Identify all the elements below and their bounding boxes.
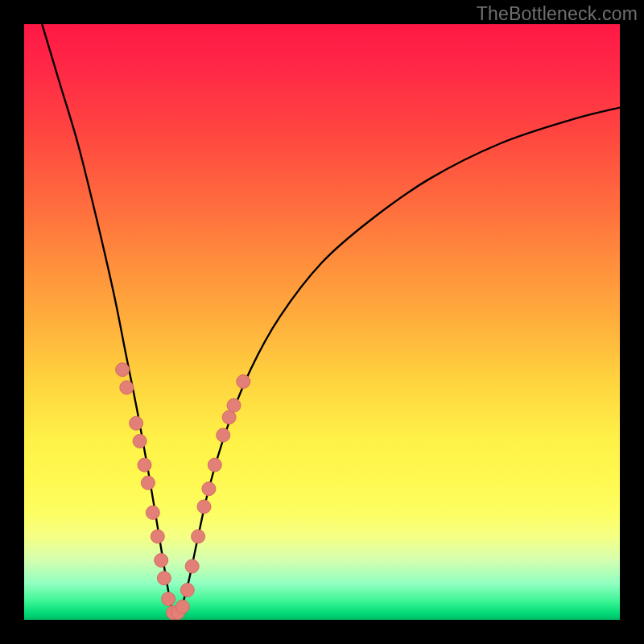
sample-dot xyxy=(175,600,189,613)
sample-dot xyxy=(130,416,143,430)
sample-dot xyxy=(146,506,159,519)
sample-dot xyxy=(180,584,194,597)
sample-dot xyxy=(192,530,205,543)
bottleneck-curve xyxy=(42,24,620,617)
sample-dot xyxy=(141,476,155,489)
chart-svg xyxy=(24,24,620,620)
sample-dot xyxy=(208,458,221,472)
sample-dot xyxy=(151,530,164,543)
sample-dot xyxy=(237,375,250,389)
sample-dot xyxy=(120,381,134,394)
sample-dot xyxy=(155,554,168,568)
sample-dot xyxy=(138,458,151,472)
sample-dot xyxy=(197,500,211,514)
sample-dot xyxy=(202,482,216,496)
sample-dot xyxy=(227,398,241,412)
sample-dot xyxy=(217,428,230,442)
watermark-text: TheBottleneck.com xyxy=(477,3,638,25)
sample-dot xyxy=(185,559,199,573)
plot-area xyxy=(24,24,620,620)
sample-dot xyxy=(162,592,175,606)
sample-dot xyxy=(157,572,171,585)
sample-dot xyxy=(116,363,130,377)
chart-frame: TheBottleneck.com xyxy=(0,0,644,644)
sample-dot xyxy=(133,435,147,448)
